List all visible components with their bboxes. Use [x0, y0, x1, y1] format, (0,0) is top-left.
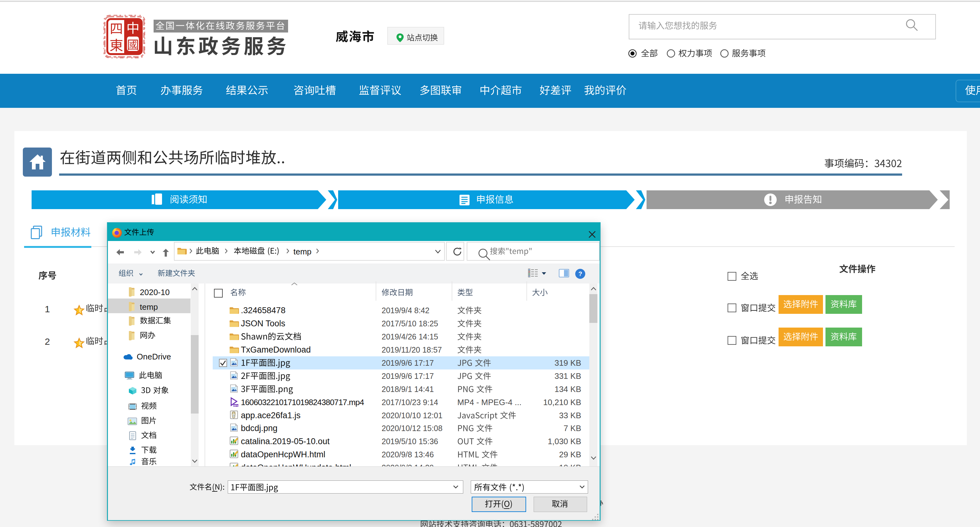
svg-text:MP4: MP4 [234, 405, 239, 407]
svg-text:?: ? [578, 270, 582, 277]
